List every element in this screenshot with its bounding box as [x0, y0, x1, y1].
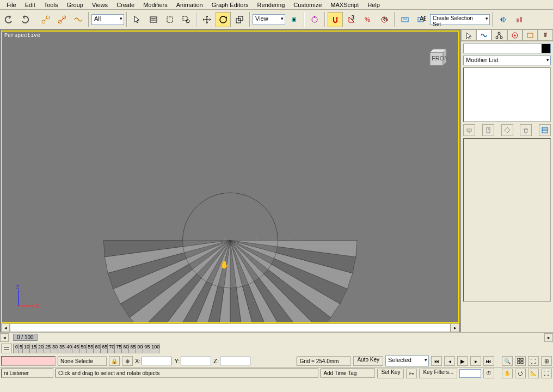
menu-edit[interactable]: Edit [21, 1, 40, 9]
scroll-left-icon[interactable]: ◂ [1, 323, 10, 332]
autokey-button[interactable]: Auto Key [353, 356, 383, 366]
object-color-swatch[interactable] [542, 44, 551, 53]
svg-rect-65 [542, 127, 548, 133]
tab-hierarchy[interactable] [491, 29, 507, 41]
setkey-button[interactable]: Set Key [377, 369, 404, 378]
goto-start-button[interactable]: ⏮ [431, 356, 442, 366]
trackbar-toggle-button[interactable] [1, 344, 12, 353]
scale-button[interactable] [232, 12, 247, 27]
select-region-button[interactable] [162, 12, 177, 27]
unlink-button[interactable] [54, 12, 70, 27]
listener-label[interactable]: ni Listener [1, 369, 53, 378]
zoom-button[interactable]: 🔍 [502, 356, 513, 366]
menu-rendering[interactable]: Rendering [253, 1, 290, 9]
ruler-tick: 55 [86, 344, 93, 353]
viewcube[interactable]: FRONT [426, 48, 447, 70]
tab-motion[interactable] [507, 29, 523, 41]
frame-indicator[interactable]: 0 / 100 [13, 334, 38, 341]
tab-create[interactable] [461, 29, 476, 41]
object-name-input[interactable] [463, 44, 542, 53]
spinner-snap-button[interactable]: % [377, 12, 392, 27]
edit-selection-sets-button[interactable] [397, 12, 413, 27]
undo-button[interactable] [1, 12, 16, 27]
x-label: X: [135, 358, 140, 364]
fov-button[interactable]: 📐 [528, 369, 539, 378]
align-button[interactable] [512, 12, 527, 27]
redo-button[interactable] [17, 12, 33, 27]
move-button[interactable] [199, 12, 214, 27]
tab-modify[interactable] [476, 29, 491, 41]
orbit-button[interactable]: ⭯ [515, 369, 526, 378]
timeline-left-icon[interactable]: ◂ [0, 333, 9, 342]
prev-frame-button[interactable]: ◂ [444, 356, 455, 366]
menu-group[interactable]: Group [62, 1, 88, 9]
x-coord-input[interactable] [142, 357, 172, 365]
named-selection-dropdown[interactable]: Create Selection Set [430, 14, 490, 25]
menu-views[interactable]: Views [88, 1, 112, 9]
selection-lock-button[interactable]: 🔒 [109, 356, 120, 366]
scroll-right-icon[interactable]: ▸ [451, 323, 459, 332]
viewport-perspective[interactable]: Perspective F [1, 30, 459, 323]
y-coord-input[interactable] [181, 357, 211, 365]
manipulate-button[interactable] [307, 12, 322, 27]
current-frame-input[interactable] [459, 369, 481, 378]
rotate-button[interactable] [216, 12, 231, 27]
menu-animation[interactable]: Animation [172, 1, 207, 9]
svg-line-55 [499, 34, 501, 36]
menu-create[interactable]: Create [112, 1, 139, 9]
menu-file[interactable]: File [2, 1, 21, 9]
menu-customize[interactable]: Customize [289, 1, 326, 9]
transform-typein-mode-button[interactable]: ⊕ [122, 356, 133, 366]
modifier-stack[interactable] [463, 68, 551, 122]
ruler-tick: 90 [136, 344, 143, 353]
menu-graph-editors[interactable]: Graph Editors [207, 1, 253, 9]
keymode-dropdown[interactable]: Selected [385, 356, 429, 366]
zoom-extents-all-button[interactable]: ⊞ [541, 356, 552, 366]
window-crossing-button[interactable] [179, 12, 194, 27]
menu-tools[interactable]: Tools [40, 1, 63, 9]
viewport-hscroll[interactable]: ◂ ▸ [1, 323, 459, 332]
selection-filter-dropdown[interactable]: All [91, 14, 124, 25]
script-listener-mini[interactable] [1, 356, 56, 366]
timeline-right-icon[interactable]: ▸ [544, 333, 553, 342]
bind-spacewarp-button[interactable] [71, 12, 86, 27]
time-ruler[interactable]: 0510152025303540455055606570758085909510… [13, 344, 160, 353]
make-unique-button[interactable] [501, 124, 513, 136]
time-config-button[interactable]: ⏱ [483, 369, 494, 378]
show-end-result-button[interactable] [482, 124, 494, 136]
snap-toggle-button[interactable] [328, 12, 343, 27]
z-coord-input[interactable] [220, 357, 250, 365]
maximize-viewport-button[interactable]: ⛶ [541, 369, 552, 378]
link-button[interactable] [38, 12, 53, 27]
svg-rect-28 [520, 17, 522, 22]
time-tag[interactable]: Add Time Tag [321, 369, 375, 378]
keyfilters-button[interactable]: Key Filters... [419, 369, 457, 378]
select-by-name-button[interactable] [146, 12, 161, 27]
tab-utilities[interactable] [538, 29, 553, 41]
pan-view-button[interactable]: ✋ [502, 369, 513, 378]
scroll-track[interactable] [10, 323, 451, 332]
menu-help[interactable]: Help [363, 1, 384, 9]
pivot-center-button[interactable] [286, 12, 302, 27]
play-button[interactable]: ▶ [457, 356, 468, 366]
create-selection-set-button[interactable]: ABC [414, 12, 429, 27]
next-frame-button[interactable]: ▸ [470, 356, 481, 366]
angle-snap-button[interactable]: 3 [344, 12, 359, 27]
ref-coord-dropdown[interactable]: View [253, 14, 285, 25]
goto-end-button[interactable]: ⏭ [483, 356, 494, 366]
select-button[interactable] [130, 12, 145, 27]
menu-maxscript[interactable]: MAXScript [326, 1, 363, 9]
configure-sets-button[interactable] [539, 124, 551, 136]
mirror-button[interactable] [495, 12, 511, 27]
tab-display[interactable] [523, 29, 538, 41]
svg-text:FRONT: FRONT [432, 55, 447, 62]
zoom-all-button[interactable] [515, 356, 526, 366]
percent-snap-button[interactable]: % [360, 12, 376, 27]
menu-modifiers[interactable]: Modifiers [139, 1, 172, 9]
key-mode-button[interactable]: 🗝 [406, 369, 417, 378]
remove-modifier-button[interactable] [520, 124, 532, 136]
modifier-list-dropdown[interactable]: Modifier List [463, 56, 551, 65]
pin-stack-button[interactable] [463, 124, 475, 136]
zoom-extents-button[interactable]: ⛶ [528, 356, 539, 366]
parameters-rollout [463, 138, 551, 302]
